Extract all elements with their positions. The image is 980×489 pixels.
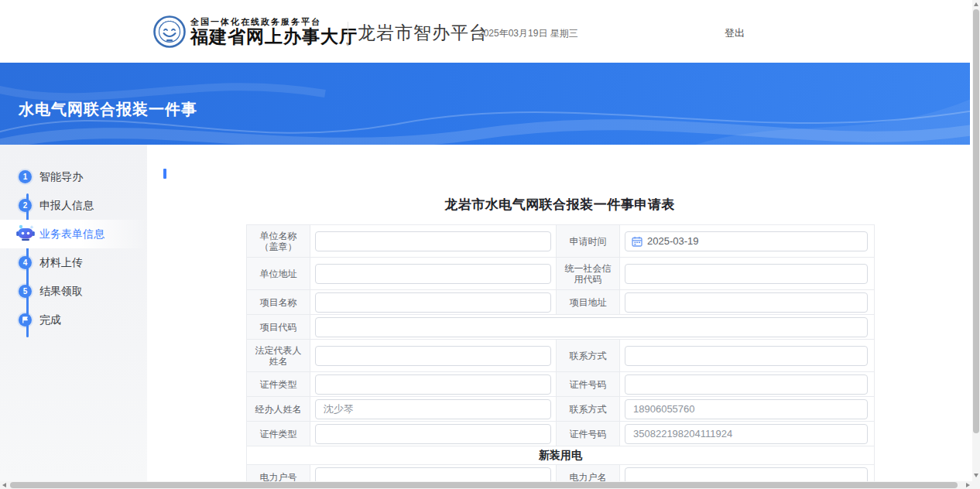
vertical-scrollbar[interactable] xyxy=(972,0,980,481)
field-value-cell xyxy=(620,422,872,446)
text-input[interactable] xyxy=(625,374,868,395)
text-input[interactable] xyxy=(315,264,551,284)
text-input[interactable] xyxy=(315,467,551,482)
step-label: 结果领取 xyxy=(39,285,83,299)
text-input[interactable] xyxy=(315,424,551,444)
step-label: 申报人信息 xyxy=(39,199,94,213)
header-date: 2025年03月19日 星期三 xyxy=(478,27,578,40)
field-value-cell xyxy=(620,372,872,396)
table-row: 项目代码 xyxy=(247,315,874,340)
field-value-cell xyxy=(310,258,557,289)
government-seal-smiley-icon xyxy=(153,15,186,48)
field-label: 法定代表人 姓名 xyxy=(247,340,310,371)
field-label: 联系方式 xyxy=(557,340,620,371)
scroll-up-arrow-icon[interactable] xyxy=(974,2,978,6)
step-label: 业务表单信息 xyxy=(39,227,105,241)
text-input[interactable] xyxy=(315,317,868,337)
field-value-cell xyxy=(620,465,872,481)
field-label: 单位地址 xyxy=(247,258,310,289)
page-title: 水电气网联合报装一件事 xyxy=(19,99,197,120)
scroll-down-arrow-icon[interactable] xyxy=(974,474,978,477)
field-label: 联系方式 xyxy=(557,397,620,421)
scroll-right-arrow-icon[interactable] xyxy=(966,483,970,487)
text-input[interactable] xyxy=(625,292,868,313)
field-label: 证件号码 xyxy=(557,422,620,446)
field-label: 电力户号 xyxy=(247,465,310,481)
section-title: 新装用电 xyxy=(539,449,582,463)
field-value-cell xyxy=(310,397,557,421)
calendar-icon xyxy=(632,236,642,247)
table-row: 单位名称 （盖章）申请时间2025-03-19 xyxy=(247,225,874,258)
vertical-scrollbar-thumb[interactable] xyxy=(973,9,979,433)
step-number-badge: 5 xyxy=(19,285,32,298)
sidebar-step-4[interactable]: 4材料上传 xyxy=(0,248,147,277)
field-label: 项目地址 xyxy=(557,290,620,314)
field-label: 电力户名 xyxy=(557,465,620,481)
sidebar-step-3[interactable]: 业务表单信息 xyxy=(0,220,147,248)
text-input[interactable] xyxy=(315,399,551,419)
field-label: 证件号码 xyxy=(557,372,620,396)
field-value-cell xyxy=(310,372,557,396)
text-input[interactable] xyxy=(625,264,868,284)
step-number-badge: 2 xyxy=(19,199,32,212)
table-row: 证件类型证件号码 xyxy=(247,422,874,446)
field-label: 证件类型 xyxy=(247,372,310,396)
text-input[interactable] xyxy=(315,374,551,395)
portal-name: 全国一体化在线政务服务平台 福建省网上办事大厅 xyxy=(190,17,358,47)
field-value-cell xyxy=(620,397,872,421)
page-banner: 水电气网联合报装一件事 xyxy=(0,63,970,145)
scroll-left-arrow-icon[interactable] xyxy=(2,483,6,487)
header-divider xyxy=(348,22,348,46)
step-number-badge: 1 xyxy=(19,170,32,183)
main-content: 龙岩市水电气网联合报装一件事申请表 单位名称 （盖章）申请时间2025-03-1… xyxy=(147,145,970,481)
robot-icon xyxy=(19,223,32,246)
sidebar-step-6[interactable]: 完成 xyxy=(0,306,147,334)
field-value-cell xyxy=(620,290,872,314)
field-label: 经办人姓名 xyxy=(247,397,310,421)
table-row: 法定代表人 姓名联系方式 xyxy=(247,340,874,372)
text-input[interactable] xyxy=(315,231,551,251)
sidebar-step-2[interactable]: 2申报人信息 xyxy=(0,191,147,220)
field-value-cell xyxy=(310,225,557,257)
date-input[interactable]: 2025-03-19 xyxy=(625,231,868,251)
field-value-cell xyxy=(310,290,557,314)
table-row: 项目名称项目地址 xyxy=(247,290,874,315)
sidebar-step-1[interactable]: 1智能导办 xyxy=(0,162,147,191)
field-value-cell: 2025-03-19 xyxy=(620,225,872,257)
field-label: 项目代码 xyxy=(247,315,310,339)
field-value-cell xyxy=(310,422,557,446)
field-value-cell xyxy=(310,465,557,481)
app-header: 全国一体化在线政务服务平台 福建省网上办事大厅 龙岩市智办平台 2025年03月… xyxy=(0,0,970,63)
text-input[interactable] xyxy=(625,467,868,482)
text-input[interactable] xyxy=(315,292,551,313)
field-value-cell xyxy=(310,315,872,339)
field-value-cell xyxy=(310,340,557,371)
portal-logo: 全国一体化在线政务服务平台 福建省网上办事大厅 xyxy=(153,15,358,48)
application-window: 全国一体化在线政务服务平台 福建省网上办事大厅 龙岩市智办平台 2025年03月… xyxy=(0,0,980,489)
step-label: 智能导办 xyxy=(39,170,83,184)
scrollbar-corner xyxy=(972,481,980,489)
table-row: 证件类型证件号码 xyxy=(247,372,874,397)
step-label: 完成 xyxy=(39,313,61,327)
field-label: 统一社会信 用代码 xyxy=(557,258,620,289)
field-label: 申请时间 xyxy=(557,225,620,257)
field-value-cell xyxy=(620,258,872,289)
portal-name-large: 福建省网上办事大厅 xyxy=(190,27,358,47)
table-row: 单位地址统一社会信 用代码 xyxy=(247,258,874,290)
text-input[interactable] xyxy=(625,399,868,419)
table-row: 电力户号电力户名 xyxy=(247,465,874,481)
step-label: 材料上传 xyxy=(39,256,83,270)
text-input[interactable] xyxy=(625,346,868,366)
text-input[interactable] xyxy=(625,424,868,444)
horizontal-scrollbar[interactable] xyxy=(0,481,972,489)
field-label: 单位名称 （盖章） xyxy=(247,225,310,257)
section-indicator-bar xyxy=(163,169,166,179)
site-title: 龙岩市智办平台 xyxy=(358,21,488,45)
table-row: 经办人姓名联系方式 xyxy=(247,397,874,422)
sidebar-step-5[interactable]: 5结果领取 xyxy=(0,277,147,306)
step-list: 1智能导办2申报人信息业务表单信息4材料上传5结果领取完成 xyxy=(0,162,147,334)
logout-button[interactable]: 登出 xyxy=(725,26,745,40)
text-input[interactable] xyxy=(315,346,551,366)
table-row: 新装用电 xyxy=(247,446,874,465)
horizontal-scrollbar-thumb[interactable] xyxy=(10,482,958,488)
